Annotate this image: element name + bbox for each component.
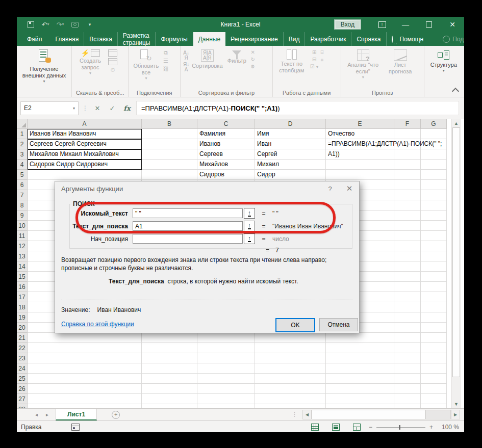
select-all-corner[interactable]	[17, 119, 28, 129]
cell-E3[interactable]: A1))	[326, 149, 394, 160]
camera-icon[interactable]	[71, 21, 79, 28]
row-header-20[interactable]: 20	[17, 323, 28, 333]
cell-B27[interactable]	[142, 394, 197, 404]
scroll-left-icon[interactable]: ◀	[302, 410, 312, 419]
cell-A22[interactable]	[28, 343, 142, 353]
cancel-button[interactable]: Отмена	[319, 318, 358, 331]
prev-sheet-icon[interactable]: ◂	[35, 412, 38, 417]
cell-C28[interactable]	[197, 404, 255, 408]
cell-G9[interactable]	[421, 210, 447, 221]
column-header-G[interactable]: G	[421, 119, 447, 129]
cell-F9[interactable]	[394, 210, 421, 221]
cell-F6[interactable]	[394, 180, 421, 190]
new-sheet-button[interactable]: +	[110, 409, 121, 420]
cell-G24[interactable]	[421, 363, 447, 374]
cell-C1[interactable]: Фамилия	[197, 129, 255, 139]
normal-view-icon[interactable]	[311, 424, 319, 431]
cell-F26[interactable]	[394, 384, 421, 394]
ribbon-display-options-button[interactable]: ↑	[370, 17, 394, 32]
column-header-C[interactable]: C	[197, 119, 255, 129]
cell-F19[interactable]	[394, 312, 421, 323]
cell-F10[interactable]	[394, 221, 421, 231]
insert-function-icon[interactable]: fx	[121, 104, 133, 112]
scroll-up-icon[interactable]: ▲	[451, 119, 461, 127]
tab-Главная[interactable]: Главная	[50, 32, 85, 46]
cell-F27[interactable]	[394, 394, 421, 404]
cell-D5[interactable]: Сидор	[255, 170, 326, 180]
cell-A23[interactable]	[28, 353, 142, 363]
cancel-entry-icon[interactable]: ✕	[92, 104, 103, 112]
cell-B3[interactable]	[142, 149, 197, 160]
column-header-F[interactable]: F	[394, 119, 421, 129]
cell-B22[interactable]	[142, 343, 197, 353]
cell-G23[interactable]	[421, 353, 447, 363]
row-header-12[interactable]: 12	[17, 241, 28, 251]
cell-F17[interactable]	[394, 292, 421, 302]
name-box[interactable]: E2 ▾	[20, 101, 79, 115]
cell-D24[interactable]	[255, 363, 326, 374]
horizontal-scroll-thumb[interactable]	[312, 410, 426, 419]
cell-A24[interactable]	[28, 363, 142, 374]
dialog-help-icon[interactable]: ?	[321, 181, 339, 196]
argument-input-Нач_позиция[interactable]	[133, 234, 243, 244]
cell-F23[interactable]	[394, 353, 421, 363]
row-header-19[interactable]: 19	[17, 312, 28, 323]
cell-B4[interactable]	[142, 160, 197, 170]
tab-Рецензирование[interactable]: Рецензирование	[225, 32, 284, 46]
cell-E24[interactable]	[326, 363, 394, 374]
cell-A27[interactable]	[28, 394, 142, 404]
cell-B21[interactable]	[142, 333, 197, 343]
cell-C3[interactable]: Сергеев	[197, 149, 255, 160]
cell-D22[interactable]	[255, 343, 326, 353]
row-header-7[interactable]: 7	[17, 190, 28, 200]
cell-F25[interactable]	[394, 374, 421, 384]
row-header-21[interactable]: 21	[17, 333, 28, 343]
cell-D4[interactable]: Михаил	[255, 160, 326, 170]
row-header-13[interactable]: 13	[17, 251, 28, 261]
cell-B26[interactable]	[142, 384, 197, 394]
tab-Вид[interactable]: Вид	[284, 32, 306, 46]
structure-button[interactable]: Структура ▾	[426, 48, 462, 73]
cell-F13[interactable]	[394, 251, 421, 261]
cell-C22[interactable]	[197, 343, 255, 353]
collapse-dialog-icon[interactable]: ↑	[244, 233, 255, 244]
sign-in-button[interactable]: Вход	[334, 19, 361, 30]
sheet-tab-list1[interactable]: Лист1	[56, 409, 97, 420]
cell-G1[interactable]	[421, 129, 447, 139]
cell-E2[interactable]: =ПРАВСИМВ(A1;ДЛСТР(A1)-ПОИСК(" ";	[326, 139, 394, 149]
cell-A21[interactable]	[28, 333, 142, 343]
cell-A4[interactable]: Сидоров Сидор Сидорович	[28, 160, 142, 170]
cell-G5[interactable]	[421, 170, 447, 180]
cell-G26[interactable]	[421, 384, 447, 394]
row-header-4[interactable]: 4	[17, 160, 28, 170]
cell-F15[interactable]	[394, 272, 421, 282]
cell-F11[interactable]	[394, 231, 421, 241]
confirm-entry-icon[interactable]: ✓	[107, 104, 118, 112]
cell-G12[interactable]	[421, 241, 447, 251]
row-header-6[interactable]: 6	[17, 180, 28, 190]
cell-E21[interactable]	[326, 333, 394, 343]
ok-button[interactable]: OK	[275, 318, 315, 332]
cell-C4[interactable]: Михайлов	[197, 160, 255, 170]
cell-A26[interactable]	[28, 384, 142, 394]
cell-D3[interactable]: Сергей	[255, 149, 326, 160]
cell-A2[interactable]: Сергеев Сергей Сергеевич	[28, 139, 142, 149]
next-sheet-icon[interactable]: ▸	[46, 412, 48, 417]
cell-E25[interactable]	[326, 374, 394, 384]
cell-A28[interactable]	[28, 404, 142, 408]
splitter-dots[interactable]: ⋮	[292, 411, 297, 418]
vertical-scrollbar[interactable]: ▲ ▼	[451, 119, 461, 408]
cell-C2[interactable]: Иванов	[197, 139, 255, 149]
scroll-down-icon[interactable]: ▼	[451, 400, 461, 408]
cell-E27[interactable]	[326, 394, 394, 404]
tab-Вставка[interactable]: Вставка	[84, 32, 118, 46]
cell-B1[interactable]	[142, 129, 197, 139]
row-header-28[interactable]: 28	[17, 404, 28, 408]
cell-G15[interactable]	[421, 272, 447, 282]
cell-A25[interactable]	[28, 374, 142, 384]
page-break-view-icon[interactable]	[353, 424, 361, 431]
row-header-16[interactable]: 16	[17, 282, 28, 292]
cell-G6[interactable]	[421, 180, 447, 190]
cell-G11[interactable]	[421, 231, 447, 241]
cell-A1[interactable]: Иванов Иван Иванович	[28, 129, 142, 139]
